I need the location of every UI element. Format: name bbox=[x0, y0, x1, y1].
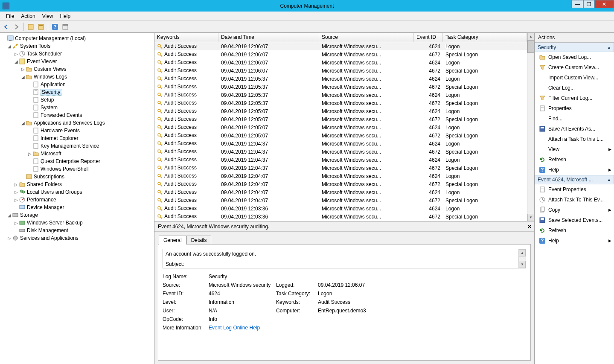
tree-root[interactable]: Computer Management (Local) bbox=[0, 35, 154, 42]
action-item[interactable]: Attach a Task To this L... bbox=[535, 134, 614, 144]
tab-general[interactable]: General bbox=[159, 236, 186, 245]
table-row[interactable]: Audit Success09.04.2019 12:04:37Microsof… bbox=[154, 156, 527, 164]
expander-icon[interactable]: ◢ bbox=[20, 121, 26, 125]
action-item[interactable]: Event Properties bbox=[535, 184, 614, 195]
action-item[interactable]: Properties bbox=[535, 103, 614, 114]
nav-back-button[interactable] bbox=[2, 22, 11, 32]
expander-icon[interactable]: ▷ bbox=[14, 182, 19, 187]
action-item[interactable]: Attach Task To This Ev... bbox=[535, 195, 614, 205]
tree-application[interactable]: Application bbox=[0, 81, 154, 88]
tab-details[interactable]: Details bbox=[186, 236, 212, 245]
tree-hw-events[interactable]: Hardware Events bbox=[0, 127, 154, 134]
expander-icon[interactable]: ▷ bbox=[20, 67, 26, 72]
maximize-button[interactable]: ❐ bbox=[583, 0, 594, 8]
minimize-button[interactable]: — bbox=[571, 0, 583, 8]
tree-pane[interactable]: Computer Management (Local) ◢ System Too… bbox=[0, 33, 154, 364]
tree-wsb[interactable]: ▷Windows Server Backup bbox=[0, 219, 154, 227]
action-item[interactable]: Save All Events As... bbox=[535, 124, 614, 134]
scroll-up-icon[interactable]: ▲ bbox=[519, 249, 526, 256]
expander-icon[interactable]: ◢ bbox=[20, 75, 26, 79]
expander-icon[interactable]: ◢ bbox=[7, 213, 12, 218]
table-row[interactable]: Audit Success09.04.2019 12:05:37Microsof… bbox=[154, 75, 527, 83]
expander-icon[interactable]: ▷ bbox=[14, 190, 19, 195]
table-row[interactable]: Audit Success09.04.2019 12:03:36Microsof… bbox=[154, 213, 527, 221]
action-item[interactable]: ?Help▶ bbox=[535, 236, 614, 246]
table-row[interactable]: Audit Success09.04.2019 12:04:37Microsof… bbox=[154, 148, 527, 156]
tree-storage[interactable]: ◢Storage bbox=[0, 211, 154, 219]
toolbar-btn-2[interactable] bbox=[36, 22, 46, 32]
tree-custom-views[interactable]: ▷ Custom Views bbox=[0, 65, 154, 73]
expander-icon[interactable]: ▷ bbox=[7, 236, 12, 241]
close-button[interactable]: ✕ bbox=[594, 0, 614, 8]
table-row[interactable]: Audit Success09.04.2019 12:04:07Microsof… bbox=[154, 180, 527, 188]
tree-setup[interactable]: Setup bbox=[0, 96, 154, 104]
action-item[interactable]: Open Saved Log... bbox=[535, 52, 614, 62]
tree-system[interactable]: System bbox=[0, 104, 154, 111]
tree-task-scheduler[interactable]: ▷ Task Scheduler bbox=[0, 50, 154, 58]
collapse-icon[interactable]: ▲ bbox=[607, 45, 611, 50]
table-row[interactable]: Audit Success09.04.2019 12:05:07Microsof… bbox=[154, 115, 527, 123]
nav-forward-button[interactable] bbox=[12, 22, 21, 32]
toolbar-btn-4[interactable] bbox=[61, 22, 70, 32]
collapse-icon[interactable]: ▲ bbox=[607, 178, 611, 182]
actions-section-security[interactable]: Security▲ bbox=[535, 43, 614, 52]
col-datetime[interactable]: Date and Time bbox=[218, 33, 319, 42]
table-row[interactable]: Audit Success09.04.2019 12:06:07Microsof… bbox=[154, 67, 527, 75]
tree-quest[interactable]: Quest Enterprise Reporter bbox=[0, 157, 154, 165]
menu-file[interactable]: File bbox=[3, 12, 17, 20]
table-row[interactable]: Audit Success09.04.2019 12:05:37Microsof… bbox=[154, 99, 527, 107]
desc-scrollbar[interactable]: ▲ ▼ bbox=[518, 249, 526, 268]
action-item[interactable]: Create Custom View... bbox=[535, 62, 614, 73]
scroll-up-icon[interactable]: ▲ bbox=[527, 33, 534, 40]
scroll-thumb[interactable] bbox=[527, 40, 534, 53]
table-row[interactable]: Audit Success09.04.2019 12:05:07Microsof… bbox=[154, 131, 527, 140]
table-row[interactable]: Audit Success09.04.2019 12:04:37Microsof… bbox=[154, 140, 527, 148]
tree-subscriptions[interactable]: Subscriptions bbox=[0, 173, 154, 181]
tree-security[interactable]: Security bbox=[0, 88, 154, 96]
action-item[interactable]: ?Help▶ bbox=[535, 165, 614, 175]
tree-app-svc-logs[interactable]: ◢ Applications and Services Logs bbox=[0, 119, 154, 127]
table-row[interactable]: Audit Success09.04.2019 12:04:37Microsof… bbox=[154, 164, 527, 172]
tree-shared-folders[interactable]: ▷Shared Folders bbox=[0, 181, 154, 188]
table-scrollbar[interactable]: ▲ ▼ bbox=[527, 33, 534, 221]
tree-forwarded[interactable]: Forwarded Events bbox=[0, 111, 154, 119]
tree-system-tools[interactable]: ◢ System Tools bbox=[0, 42, 154, 50]
detail-close-button[interactable]: ✕ bbox=[527, 224, 532, 230]
tree-local-users[interactable]: ▷Local Users and Groups bbox=[0, 188, 154, 196]
tree-services-apps[interactable]: ▷Services and Applications bbox=[0, 234, 154, 242]
tree-event-viewer[interactable]: ◢ Event Viewer bbox=[0, 58, 154, 65]
toolbar-help-button[interactable]: ? bbox=[50, 22, 60, 32]
menu-view[interactable]: View bbox=[39, 12, 57, 20]
table-row[interactable]: Audit Success09.04.2019 12:05:37Microsof… bbox=[154, 91, 527, 99]
table-row[interactable]: Audit Success09.04.2019 12:06:07Microsof… bbox=[154, 42, 527, 50]
col-taskcat[interactable]: Task Category bbox=[443, 33, 527, 42]
online-help-link[interactable]: Event Log Online Help bbox=[209, 325, 260, 331]
action-item[interactable]: Import Custom View... bbox=[535, 73, 614, 83]
toolbar-btn-1[interactable] bbox=[26, 22, 35, 32]
table-row[interactable]: Audit Success09.04.2019 12:04:07Microsof… bbox=[154, 188, 527, 196]
event-table[interactable]: Keywords Date and Time Source Event ID T… bbox=[154, 33, 527, 221]
action-item[interactable]: Clear Log... bbox=[535, 83, 614, 93]
action-item[interactable]: View▶ bbox=[535, 144, 614, 154]
expander-icon[interactable]: ▷ bbox=[14, 52, 19, 56]
expander-icon[interactable]: ▷ bbox=[27, 151, 32, 156]
table-row[interactable]: Audit Success09.04.2019 12:04:07Microsof… bbox=[154, 196, 527, 204]
tree-microsoft[interactable]: ▷Microsoft bbox=[0, 150, 154, 157]
action-item[interactable]: Refresh bbox=[535, 225, 614, 236]
tree-windows-logs[interactable]: ◢ Windows Logs bbox=[0, 73, 154, 81]
col-eventid[interactable]: Event ID bbox=[414, 33, 443, 42]
table-row[interactable]: Audit Success09.04.2019 12:03:36Microsof… bbox=[154, 204, 527, 213]
table-row[interactable]: Audit Success09.04.2019 12:05:07Microsof… bbox=[154, 107, 527, 115]
expander-icon[interactable]: ◢ bbox=[7, 44, 12, 49]
action-item[interactable]: Find... bbox=[535, 114, 614, 124]
expander-icon[interactable]: ▷ bbox=[14, 221, 19, 225]
tree-disk-mgmt[interactable]: Disk Management bbox=[0, 227, 154, 234]
tree-powershell[interactable]: Windows PowerShell bbox=[0, 165, 154, 173]
action-item[interactable]: Filter Current Log... bbox=[535, 93, 614, 103]
menu-action[interactable]: Action bbox=[17, 12, 38, 20]
action-item[interactable]: Refresh bbox=[535, 154, 614, 165]
table-row[interactable]: Audit Success09.04.2019 12:05:07Microsof… bbox=[154, 123, 527, 131]
tree-performance[interactable]: ▷Performance bbox=[0, 196, 154, 204]
tree-device-manager[interactable]: Device Manager bbox=[0, 204, 154, 211]
col-keywords[interactable]: Keywords bbox=[154, 33, 218, 42]
